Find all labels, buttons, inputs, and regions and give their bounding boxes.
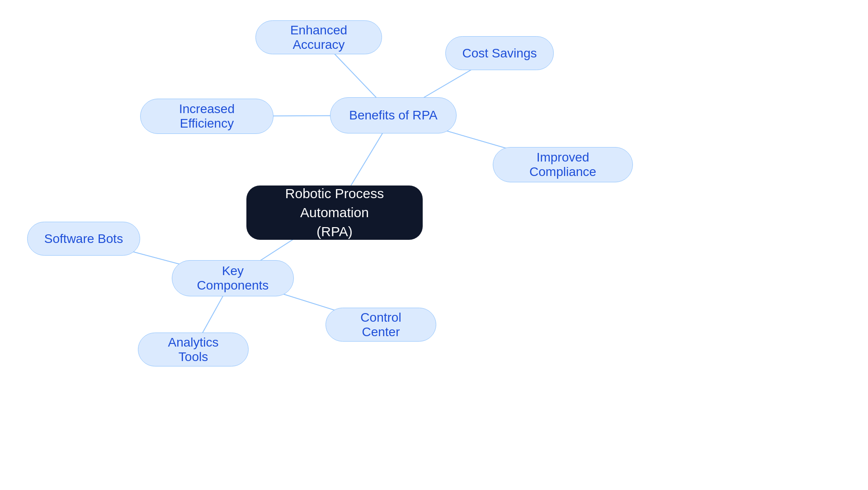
improved-compliance-node: Improved Compliance [493,147,633,182]
software-bots-node: Software Bots [27,222,140,256]
increased-efficiency-node: Increased Efficiency [140,99,274,134]
control-center-node: Control Center [326,308,436,342]
enhanced-accuracy-node: Enhanced Accuracy [255,20,382,54]
analytics-tools-label: Analytics Tools [155,335,232,364]
improved-compliance-label: Improved Compliance [509,150,616,179]
control-center-label: Control Center [342,310,420,339]
increased-efficiency-label: Increased Efficiency [157,102,257,131]
center-label: Robotic Process Automation (RPA) [268,184,401,241]
center-node: Robotic Process Automation (RPA) [246,186,423,240]
analytics-tools-node: Analytics Tools [138,333,249,366]
enhanced-accuracy-label: Enhanced Accuracy [272,23,365,52]
cost-savings-node: Cost Savings [445,36,554,70]
key-components-label: Key Components [189,264,277,293]
key-components-node: Key Components [172,260,294,296]
software-bots-label: Software Bots [44,232,123,246]
cost-savings-label: Cost Savings [462,46,537,61]
benefits-node: Benefits of RPA [330,97,457,133]
benefits-label: Benefits of RPA [349,108,438,123]
